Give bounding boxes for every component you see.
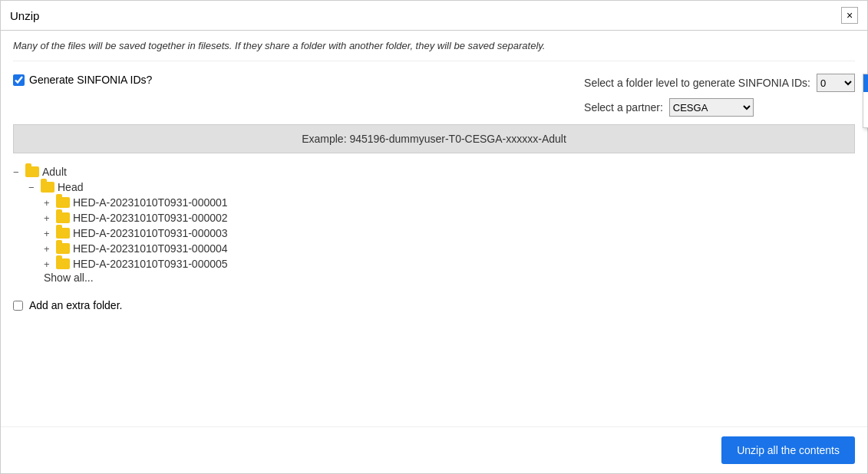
toggle-hed5[interactable]: + [44,258,53,270]
dropdown-option-2[interactable]: 2 [863,110,868,127]
show-all-link[interactable]: Show all... [44,272,855,284]
folder-icon-hed3 [56,228,70,239]
folder-icon-hed5 [56,258,70,269]
dialog-body: Many of the files will be saved together… [1,31,867,333]
folder-icon-head [41,182,54,193]
label-head: Head [58,181,83,193]
extra-folder-checkbox[interactable] [13,301,23,311]
partner-select[interactable]: CESGA Other [669,98,754,117]
unzip-dialog: Unzip × Many of the files will be saved … [0,0,868,474]
tree-container: − Adult − Head + HED-A-20231010T0931-000… [13,164,855,284]
tree-node-adult: − Adult [13,164,855,179]
generate-sinfonia-label[interactable]: Generate SINFONIA IDs? [13,74,152,86]
right-controls: Select a folder level to generate SINFON… [584,74,855,117]
folder-level-label: Select a folder level to generate SINFON… [584,77,810,89]
toggle-hed2[interactable]: + [44,212,53,224]
folder-level-select[interactable]: 0 1 2 [817,74,855,92]
folder-icon-hed4 [56,243,70,254]
partner-label: Select a partner: [584,101,663,114]
toggle-hed3[interactable]: + [44,228,53,239]
tree-node-hed3: + HED-A-20231010T0931-000003 [44,225,855,241]
label-hed2: HED-A-20231010T0931-000002 [73,212,228,224]
tree-node-hed2: + HED-A-20231010T0931-000002 [44,210,855,225]
folder-icon-hed2 [56,212,70,223]
toggle-adult[interactable]: − [13,166,22,178]
controls-row: Generate SINFONIA IDs? Select a folder l… [13,74,855,117]
dialog-title: Unzip [10,9,39,22]
label-adult: Adult [42,166,67,178]
folder-icon-adult [25,166,39,177]
footer: Unzip all the contents [1,426,867,473]
label-hed3: HED-A-20231010T0931-000003 [73,227,228,239]
toggle-hed1[interactable]: + [44,197,53,209]
folder-icon-hed1 [56,197,70,208]
title-bar: Unzip × [1,1,867,31]
tree-node-hed1: + HED-A-20231010T0931-000001 [44,195,855,210]
example-label: Example: [302,133,346,145]
generate-sinfonia-checkbox[interactable] [13,74,25,86]
tree-node-hed4: + HED-A-20231010T0931-000004 [44,241,855,256]
tree-node-hed5: + HED-A-20231010T0931-000005 [44,256,855,272]
dropdown-option-1[interactable]: 1 [863,92,868,110]
generate-sinfonia-text: Generate SINFONIA IDs? [29,74,152,86]
left-controls: Generate SINFONIA IDs? [13,74,243,86]
description-text: Many of the files will be saved together… [13,40,855,61]
partner-row: Select a partner: CESGA Other [584,98,855,117]
unzip-button[interactable]: Unzip all the contents [721,436,855,464]
label-hed5: HED-A-20231010T0931-000005 [73,258,228,270]
folder-level-wrapper: 0 1 2 0 1 2 [817,74,855,92]
toggle-head[interactable]: − [28,182,38,193]
folder-level-dropdown: 0 1 2 [863,74,868,128]
label-hed1: HED-A-20231010T0931-000001 [73,196,228,209]
extra-folder-label: Add an extra folder. [29,299,122,311]
example-value: 945196-dummyuser-T0-CESGA-xxxxxx-Adult [349,133,566,145]
toggle-hed4[interactable]: + [44,243,53,255]
example-bar: Example: 945196-dummyuser-T0-CESGA-xxxxx… [13,124,855,153]
dropdown-option-0[interactable]: 0 [863,74,868,92]
extra-folder-row: Add an extra folder. [13,299,855,311]
close-button[interactable]: × [841,7,858,24]
label-hed4: HED-A-20231010T0931-000004 [73,242,228,255]
tree-node-head: − Head [28,179,855,195]
folder-level-row: Select a folder level to generate SINFON… [584,74,855,92]
